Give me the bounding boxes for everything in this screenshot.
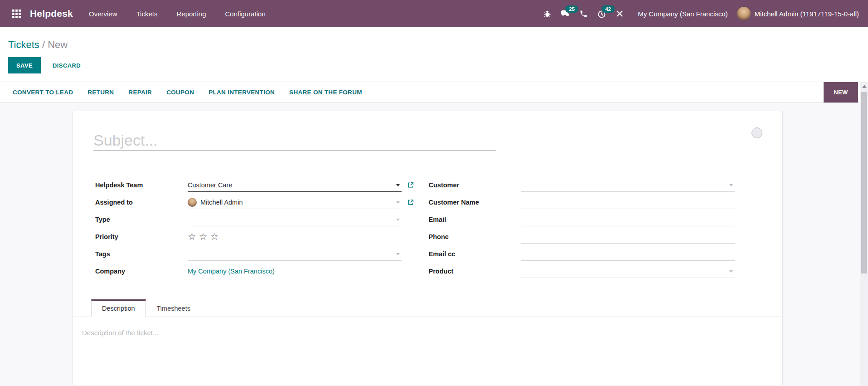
wrench-screwdriver-icon <box>615 9 624 18</box>
customer-label: Customer <box>429 181 521 189</box>
email-cc-label: Email cc <box>429 250 521 258</box>
user-name: Mitchell Admin (11917119-15-0-all) <box>755 10 859 18</box>
chevron-down-icon[interactable] <box>396 184 400 186</box>
vertical-scrollbar[interactable] <box>860 82 868 386</box>
priority-label: Priority <box>95 233 188 240</box>
phone-icon <box>579 10 588 18</box>
subject-input[interactable] <box>93 130 496 151</box>
form-sheet: Helpdesk Team Customer Care Assigned to <box>73 111 783 385</box>
phone-value <box>521 230 735 244</box>
chevron-down-icon[interactable] <box>729 184 733 186</box>
assignee-avatar <box>188 198 197 207</box>
breadcrumb-current: New <box>48 39 68 50</box>
chevron-down-icon[interactable] <box>396 201 400 204</box>
field-tags: Tags <box>95 245 402 263</box>
notebook-tabs: Description Timesheets <box>73 299 782 317</box>
field-email-cc: Email cc <box>429 245 735 263</box>
field-phone: Phone <box>429 228 735 245</box>
breadcrumb-tickets[interactable]: Tickets <box>8 39 39 50</box>
coupon-button[interactable]: COUPON <box>159 89 201 96</box>
stage-badge-new[interactable]: NEW <box>824 82 858 103</box>
calls-phone-icon[interactable] <box>574 5 592 23</box>
apps-menu-icon[interactable] <box>7 5 25 23</box>
top-navbar: Helpdesk Overview Tickets Reporting Conf… <box>0 0 868 27</box>
product-label: Product <box>429 268 521 275</box>
product-value[interactable] <box>521 265 735 278</box>
menu-configuration[interactable]: Configuration <box>216 0 275 27</box>
subject-field-wrap <box>93 130 496 151</box>
return-button[interactable]: RETURN <box>80 89 121 96</box>
helpdesk-team-text: Customer Care <box>188 181 232 189</box>
tab-description[interactable]: Description <box>91 299 146 317</box>
menu-reporting[interactable]: Reporting <box>167 0 215 27</box>
star-icon[interactable]: ☆ <box>199 231 210 242</box>
field-product: Product <box>429 263 735 280</box>
discard-button[interactable]: DISCARD <box>44 57 89 73</box>
company-label: Company <box>95 268 188 275</box>
scrollbar-thumb[interactable] <box>861 92 867 274</box>
control-panel: SAVE DISCARD <box>8 57 860 73</box>
priority-value: ☆☆☆ <box>188 230 402 244</box>
field-column-right: Customer Customer Name Email <box>429 176 735 280</box>
debug-bug-icon[interactable] <box>538 5 556 23</box>
field-priority: Priority ☆☆☆ <box>95 228 402 245</box>
email-cc-input[interactable] <box>521 248 726 260</box>
helpdesk-team-value[interactable]: Customer Care <box>188 179 402 192</box>
bug-icon <box>543 10 552 18</box>
field-type: Type <box>95 211 402 228</box>
plan-intervention-button[interactable]: PLAN INTERVENTION <box>201 89 282 96</box>
description-textarea[interactable] <box>73 317 782 385</box>
breadcrumb: Tickets / New <box>0 27 868 52</box>
helpdesk-team-label: Helpdesk Team <box>95 181 188 189</box>
menu-overview[interactable]: Overview <box>79 0 127 27</box>
save-button[interactable]: SAVE <box>8 57 41 73</box>
breadcrumb-separator: / <box>39 39 48 50</box>
grid-icon <box>11 9 22 19</box>
chevron-down-icon[interactable] <box>396 253 400 255</box>
field-helpdesk-team: Helpdesk Team Customer Care <box>95 176 402 194</box>
systray: 25 42 My Company (San Francisco) Mitchel… <box>538 5 861 23</box>
phone-input[interactable] <box>521 231 726 243</box>
customer-value[interactable] <box>521 179 735 192</box>
repair-button[interactable]: REPAIR <box>121 89 159 96</box>
company-switcher[interactable]: My Company (San Francisco) <box>629 10 737 18</box>
user-menu[interactable]: Mitchell Admin (11917119-15-0-all) <box>737 7 861 20</box>
company-link[interactable]: My Company (San Francisco) <box>188 268 275 275</box>
statusbar: CONVERT TO LEAD RETURN REPAIR COUPON PLA… <box>0 82 860 103</box>
email-value <box>521 213 735 226</box>
field-company: Company My Company (San Francisco) <box>95 263 402 280</box>
field-column-left: Helpdesk Team Customer Care Assigned to <box>95 176 402 280</box>
activities-icon[interactable]: 42 <box>592 5 611 23</box>
user-avatar <box>737 7 751 20</box>
customer-name-value <box>521 196 735 209</box>
email-label: Email <box>429 216 521 223</box>
email-cc-value <box>521 248 735 261</box>
field-grid: Helpdesk Team Customer Care Assigned to <box>95 176 735 280</box>
external-link-icon[interactable] <box>407 199 414 207</box>
type-label: Type <box>95 216 188 223</box>
star-icon[interactable]: ☆ <box>210 231 222 242</box>
share-on-forum-button[interactable]: SHARE ON THE FORUM <box>282 89 369 96</box>
convert-to-lead-button[interactable]: CONVERT TO LEAD <box>5 89 80 96</box>
email-input[interactable] <box>521 214 726 225</box>
chevron-down-icon[interactable] <box>729 270 733 273</box>
tab-timesheets[interactable]: Timesheets <box>146 300 201 317</box>
assigned-to-text: Mitchell Admin <box>200 199 242 206</box>
kanban-state-icon[interactable] <box>752 127 762 138</box>
assigned-to-label: Assigned to <box>95 199 188 206</box>
star-icon[interactable]: ☆ <box>188 231 199 242</box>
assigned-to-value[interactable]: Mitchell Admin <box>188 196 402 209</box>
company-value: My Company (San Francisco) <box>188 265 402 278</box>
tags-value[interactable] <box>188 248 402 261</box>
menu-tickets[interactable]: Tickets <box>127 0 167 27</box>
priority-stars[interactable]: ☆☆☆ <box>188 231 221 242</box>
type-value[interactable] <box>188 213 402 226</box>
form-view: Helpdesk Team Customer Care Assigned to <box>0 103 860 386</box>
messages-icon[interactable]: 25 <box>556 5 574 23</box>
tools-icon[interactable] <box>611 5 629 23</box>
chevron-down-icon[interactable] <box>396 219 400 221</box>
scroll-up-arrow-icon[interactable] <box>862 85 867 88</box>
external-link-icon[interactable] <box>407 181 414 190</box>
customer-name-input[interactable] <box>521 196 726 208</box>
field-email: Email <box>429 211 735 228</box>
